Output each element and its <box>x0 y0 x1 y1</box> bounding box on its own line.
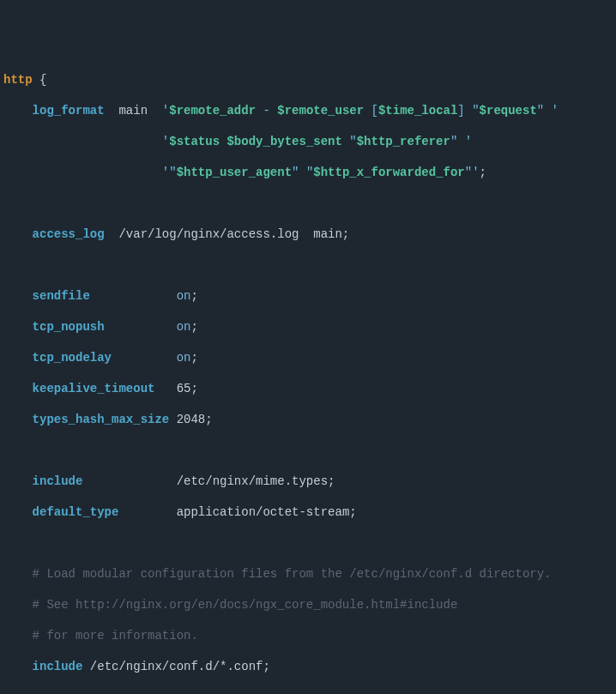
token-directive: tcp_nopush <box>33 320 105 334</box>
token-plain: ; <box>190 289 197 303</box>
code-line: default_type application/octet-stream; <box>3 504 613 520</box>
token-var: $http_user_agent <box>177 166 292 179</box>
code-line <box>3 257 613 273</box>
token-plain: main <box>105 104 162 118</box>
token-plain: /var/log/nginx/access.log main; <box>105 227 350 241</box>
token-var: $status <box>169 135 220 148</box>
token-string: ' <box>162 135 169 148</box>
token-plain <box>105 320 177 334</box>
token-string: " ' <box>537 104 559 118</box>
code-line <box>3 443 613 458</box>
token-var: $http_x_forwarded_for <box>313 166 464 179</box>
token-var: $remote_addr <box>169 104 256 118</box>
code-line: keepalive_timeout 65; <box>3 381 613 396</box>
token-string: [ <box>364 104 378 118</box>
token-plain: ; <box>205 413 212 426</box>
token-string: " ' <box>450 135 472 148</box>
token-directive: keepalive_timeout <box>33 382 155 395</box>
code-line: # for more information. <box>3 628 613 643</box>
token-plain: ; <box>190 351 197 365</box>
token-string: ] " <box>457 104 479 118</box>
token-num: 2048 <box>177 413 206 426</box>
code-line: '"$http_user_agent" "$http_x_forwarded_f… <box>3 165 613 180</box>
token-keyword: http <box>3 73 33 87</box>
token-plain: application/octet-stream; <box>118 505 356 519</box>
token-plain: ; <box>190 382 197 395</box>
code-block: http { log_format main '$remote_addr - $… <box>3 72 613 694</box>
token-plain: /etc/nginx/mime.types; <box>82 474 335 488</box>
code-line: sendfile on; <box>3 288 613 304</box>
token-string: '" <box>162 166 177 179</box>
token-plain <box>154 382 176 395</box>
token-plain: ; <box>190 320 197 334</box>
token-plain: /etc/nginx/conf.d/*.conf; <box>82 660 269 673</box>
token-comment: # for more information. <box>33 629 198 643</box>
token-directive: include <box>33 474 83 488</box>
code-line <box>3 690 613 694</box>
token-var: $body_bytes_sent <box>226 135 341 148</box>
code-line: '$status $body_bytes_sent "$http_referer… <box>3 134 613 149</box>
code-line: # See http://nginx.org/en/docs/ngx_core_… <box>3 597 613 613</box>
code-line: log_format main '$remote_addr - $remote_… <box>3 103 613 118</box>
code-line <box>3 196 613 211</box>
token-string: ' <box>162 104 169 118</box>
token-directive: types_hash_max_size <box>33 413 170 426</box>
code-line: types_hash_max_size 2048; <box>3 412 613 427</box>
token-string: - <box>256 104 277 118</box>
code-line <box>3 535 613 551</box>
token-var: $remote_user <box>277 104 364 118</box>
code-line: tcp_nodelay on; <box>3 350 613 365</box>
token-directive: log_format <box>33 104 105 118</box>
token-directive: default_type <box>33 505 119 519</box>
code-line: include /etc/nginx/mime.types; <box>3 474 613 489</box>
code-line: include /etc/nginx/conf.d/*.conf; <box>3 659 613 674</box>
token-string: " <box>342 135 357 148</box>
token-var: $time_local <box>378 104 457 118</box>
token-on: on <box>177 289 191 303</box>
code-line: # Load modular configuration files from … <box>3 566 613 582</box>
token-string: "' <box>465 166 480 179</box>
token-on: on <box>177 320 191 334</box>
token-comment: # See http://nginx.org/en/docs/ngx_core_… <box>33 598 458 612</box>
code-line: tcp_nopush on; <box>3 319 613 335</box>
token-string: " " <box>292 166 313 179</box>
token-directive: sendfile <box>33 289 90 303</box>
token-plain <box>169 413 176 426</box>
token-directive: tcp_nodelay <box>33 351 112 365</box>
token-on: on <box>177 351 191 365</box>
token-plain: ; <box>480 166 486 179</box>
token-var: $request <box>480 104 537 118</box>
token-plain <box>90 289 177 303</box>
token-plain: { <box>33 73 47 87</box>
token-plain <box>112 351 177 365</box>
token-comment: # Load modular configuration files from … <box>33 567 552 581</box>
token-directive: include <box>33 660 83 673</box>
token-var: $http_referer <box>357 135 450 148</box>
code-line: http { <box>3 72 613 88</box>
token-directive: access_log <box>33 227 105 241</box>
code-line: access_log /var/log/nginx/access.log mai… <box>3 226 613 242</box>
token-num: 65 <box>177 382 191 395</box>
